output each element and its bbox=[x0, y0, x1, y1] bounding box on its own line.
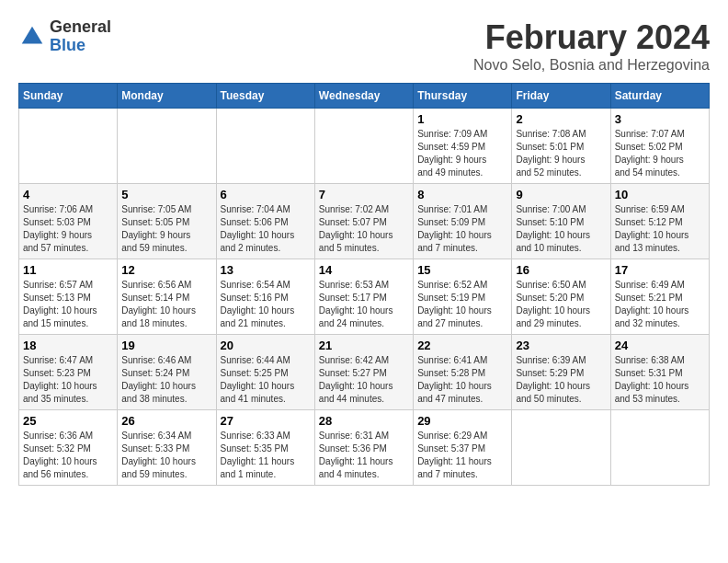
calendar-cell: 16Sunrise: 6:50 AMSunset: 5:20 PMDayligh… bbox=[512, 259, 610, 335]
calendar-cell: 29Sunrise: 6:29 AMSunset: 5:37 PMDayligh… bbox=[414, 410, 512, 486]
page-title: February 2024 bbox=[473, 18, 710, 57]
calendar-cell: 12Sunrise: 6:56 AMSunset: 5:14 PMDayligh… bbox=[118, 259, 216, 335]
day-info: Sunrise: 6:50 AMSunset: 5:20 PMDaylight:… bbox=[516, 279, 606, 330]
page-header: General Blue February 2024 Novo Selo, Bo… bbox=[18, 18, 710, 74]
calendar-cell: 25Sunrise: 6:36 AMSunset: 5:32 PMDayligh… bbox=[19, 410, 118, 486]
day-number: 23 bbox=[516, 339, 606, 352]
calendar-cell: 28Sunrise: 6:31 AMSunset: 5:36 PMDayligh… bbox=[314, 410, 413, 486]
day-number: 20 bbox=[221, 339, 311, 352]
calendar-cell: 1Sunrise: 7:09 AMSunset: 4:59 PMDaylight… bbox=[414, 109, 512, 184]
logo: General Blue bbox=[18, 18, 111, 55]
day-info: Sunrise: 7:08 AMSunset: 5:01 PMDaylight:… bbox=[516, 128, 606, 179]
logo-blue: Blue bbox=[50, 36, 85, 54]
day-info: Sunrise: 7:06 AMSunset: 5:03 PMDaylight:… bbox=[23, 203, 113, 255]
calendar-cell bbox=[216, 109, 314, 184]
day-number: 29 bbox=[417, 414, 507, 428]
day-info: Sunrise: 6:54 AMSunset: 5:16 PMDaylight:… bbox=[221, 279, 311, 330]
day-info: Sunrise: 7:01 AMSunset: 5:09 PMDaylight:… bbox=[417, 203, 507, 255]
day-number: 13 bbox=[221, 263, 311, 277]
calendar-cell: 14Sunrise: 6:53 AMSunset: 5:17 PMDayligh… bbox=[314, 259, 413, 335]
calendar-cell bbox=[19, 109, 118, 184]
logo-icon bbox=[18, 23, 46, 51]
calendar-cell: 8Sunrise: 7:01 AMSunset: 5:09 PMDaylight… bbox=[414, 184, 512, 259]
day-info: Sunrise: 6:34 AMSunset: 5:33 PMDaylight:… bbox=[121, 430, 211, 481]
calendar-cell: 6Sunrise: 7:04 AMSunset: 5:06 PMDaylight… bbox=[216, 184, 314, 259]
column-header-tuesday: Tuesday bbox=[216, 84, 314, 109]
day-info: Sunrise: 6:56 AMSunset: 5:14 PMDaylight:… bbox=[121, 279, 211, 330]
calendar-cell: 11Sunrise: 6:57 AMSunset: 5:13 PMDayligh… bbox=[19, 259, 118, 335]
day-number: 16 bbox=[516, 263, 606, 277]
svg-marker-0 bbox=[22, 27, 43, 44]
calendar-cell bbox=[610, 410, 709, 486]
column-header-saturday: Saturday bbox=[610, 84, 709, 109]
day-number: 6 bbox=[221, 188, 311, 201]
calendar-cell: 23Sunrise: 6:39 AMSunset: 5:29 PMDayligh… bbox=[512, 335, 610, 410]
day-number: 5 bbox=[121, 188, 211, 201]
logo-general: General bbox=[50, 17, 111, 36]
day-info: Sunrise: 6:33 AMSunset: 5:35 PMDaylight:… bbox=[221, 430, 311, 481]
day-number: 18 bbox=[23, 339, 113, 352]
day-info: Sunrise: 7:07 AMSunset: 5:02 PMDaylight:… bbox=[615, 128, 705, 179]
calendar-week-3: 11Sunrise: 6:57 AMSunset: 5:13 PMDayligh… bbox=[19, 259, 710, 335]
column-header-friday: Friday bbox=[512, 84, 610, 109]
calendar-cell: 22Sunrise: 6:41 AMSunset: 5:28 PMDayligh… bbox=[414, 335, 512, 410]
page-subtitle: Novo Selo, Bosnia and Herzegovina bbox=[473, 57, 710, 74]
calendar-week-2: 4Sunrise: 7:06 AMSunset: 5:03 PMDaylight… bbox=[19, 184, 710, 259]
day-info: Sunrise: 6:31 AMSunset: 5:36 PMDaylight:… bbox=[319, 430, 409, 481]
calendar-week-5: 25Sunrise: 6:36 AMSunset: 5:32 PMDayligh… bbox=[19, 410, 710, 486]
title-section: February 2024 Novo Selo, Bosnia and Herz… bbox=[473, 18, 710, 74]
day-number: 8 bbox=[417, 188, 507, 201]
column-header-sunday: Sunday bbox=[19, 84, 118, 109]
calendar-cell: 5Sunrise: 7:05 AMSunset: 5:05 PMDaylight… bbox=[118, 184, 216, 259]
day-number: 15 bbox=[417, 263, 507, 277]
day-info: Sunrise: 6:52 AMSunset: 5:19 PMDaylight:… bbox=[417, 279, 507, 330]
day-number: 10 bbox=[615, 188, 705, 201]
logo-text: General Blue bbox=[50, 18, 111, 55]
calendar-cell bbox=[314, 109, 413, 184]
calendar-cell: 7Sunrise: 7:02 AMSunset: 5:07 PMDaylight… bbox=[314, 184, 413, 259]
day-info: Sunrise: 6:42 AMSunset: 5:27 PMDaylight:… bbox=[319, 354, 409, 406]
day-info: Sunrise: 6:38 AMSunset: 5:31 PMDaylight:… bbox=[615, 354, 705, 406]
day-info: Sunrise: 6:41 AMSunset: 5:28 PMDaylight:… bbox=[417, 354, 507, 406]
calendar-cell: 24Sunrise: 6:38 AMSunset: 5:31 PMDayligh… bbox=[610, 335, 709, 410]
day-info: Sunrise: 7:09 AMSunset: 4:59 PMDaylight:… bbox=[417, 128, 507, 179]
calendar-cell: 13Sunrise: 6:54 AMSunset: 5:16 PMDayligh… bbox=[216, 259, 314, 335]
day-info: Sunrise: 7:05 AMSunset: 5:05 PMDaylight:… bbox=[121, 203, 211, 255]
day-number: 22 bbox=[417, 339, 507, 352]
day-number: 3 bbox=[615, 112, 705, 126]
calendar-cell: 2Sunrise: 7:08 AMSunset: 5:01 PMDaylight… bbox=[512, 109, 610, 184]
calendar-cell bbox=[118, 109, 216, 184]
day-number: 4 bbox=[23, 188, 113, 201]
calendar-cell: 10Sunrise: 6:59 AMSunset: 5:12 PMDayligh… bbox=[610, 184, 709, 259]
day-number: 24 bbox=[615, 339, 705, 352]
calendar-cell bbox=[512, 410, 610, 486]
day-number: 19 bbox=[121, 339, 211, 352]
day-number: 26 bbox=[121, 414, 211, 428]
day-number: 1 bbox=[417, 112, 507, 126]
day-number: 27 bbox=[221, 414, 311, 428]
day-number: 14 bbox=[319, 263, 409, 277]
calendar-week-1: 1Sunrise: 7:09 AMSunset: 4:59 PMDaylight… bbox=[19, 109, 710, 184]
day-number: 21 bbox=[319, 339, 409, 352]
calendar-cell: 9Sunrise: 7:00 AMSunset: 5:10 PMDaylight… bbox=[512, 184, 610, 259]
calendar-header-row: SundayMondayTuesdayWednesdayThursdayFrid… bbox=[19, 84, 710, 109]
calendar-cell: 3Sunrise: 7:07 AMSunset: 5:02 PMDaylight… bbox=[610, 109, 709, 184]
calendar-cell: 4Sunrise: 7:06 AMSunset: 5:03 PMDaylight… bbox=[19, 184, 118, 259]
day-info: Sunrise: 6:59 AMSunset: 5:12 PMDaylight:… bbox=[615, 203, 705, 255]
day-number: 7 bbox=[319, 188, 409, 201]
day-info: Sunrise: 6:29 AMSunset: 5:37 PMDaylight:… bbox=[417, 430, 507, 481]
day-number: 17 bbox=[615, 263, 705, 277]
day-info: Sunrise: 6:47 AMSunset: 5:23 PMDaylight:… bbox=[23, 354, 113, 406]
day-number: 2 bbox=[516, 112, 606, 126]
calendar-cell: 15Sunrise: 6:52 AMSunset: 5:19 PMDayligh… bbox=[414, 259, 512, 335]
day-info: Sunrise: 6:44 AMSunset: 5:25 PMDaylight:… bbox=[221, 354, 311, 406]
day-number: 25 bbox=[23, 414, 113, 428]
calendar-cell: 19Sunrise: 6:46 AMSunset: 5:24 PMDayligh… bbox=[118, 335, 216, 410]
column-header-thursday: Thursday bbox=[414, 84, 512, 109]
calendar-cell: 26Sunrise: 6:34 AMSunset: 5:33 PMDayligh… bbox=[118, 410, 216, 486]
calendar-cell: 27Sunrise: 6:33 AMSunset: 5:35 PMDayligh… bbox=[216, 410, 314, 486]
day-info: Sunrise: 6:57 AMSunset: 5:13 PMDaylight:… bbox=[23, 279, 113, 330]
calendar-table: SundayMondayTuesdayWednesdayThursdayFrid… bbox=[18, 83, 710, 486]
column-header-monday: Monday bbox=[118, 84, 216, 109]
calendar-cell: 20Sunrise: 6:44 AMSunset: 5:25 PMDayligh… bbox=[216, 335, 314, 410]
